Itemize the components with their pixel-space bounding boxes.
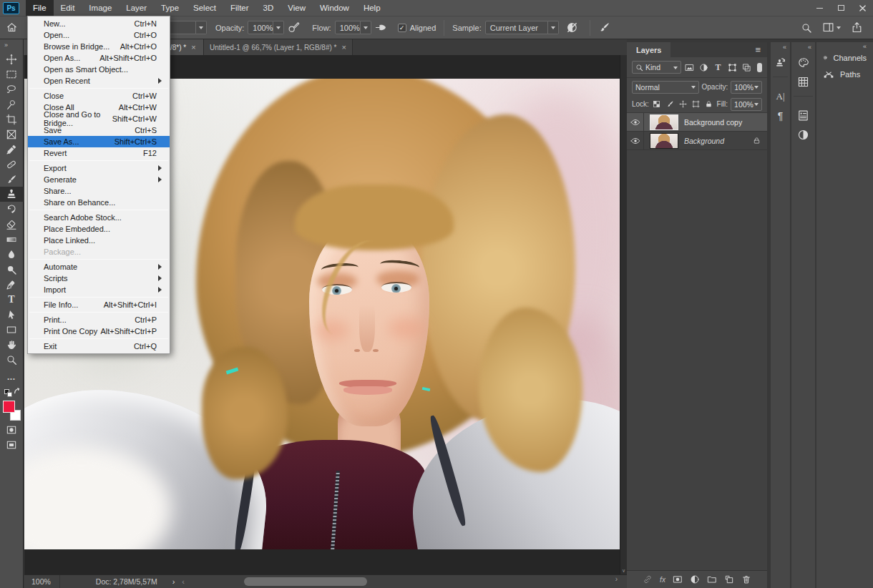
opacity-dropdown-icon[interactable]: [273, 21, 284, 34]
menu-item-save-as[interactable]: Save As...Shift+Ctrl+S: [28, 136, 170, 147]
menu-item-generate[interactable]: Generate: [28, 174, 170, 185]
status-chevron-right-icon[interactable]: ›: [169, 577, 179, 586]
collapse-panel-icon[interactable]: «: [863, 41, 870, 52]
hand-tool[interactable]: [0, 337, 24, 352]
aligned-checkbox[interactable]: ✓: [398, 24, 406, 32]
menu-item-share[interactable]: Share...: [28, 185, 170, 197]
eraser-tool[interactable]: [0, 217, 24, 232]
new-adjustment-layer-button[interactable]: [690, 574, 700, 584]
layer-thumbnail[interactable]: [650, 114, 678, 130]
filter-type-layers-button[interactable]: T: [712, 62, 724, 74]
filter-kind-select[interactable]: Kind: [632, 61, 681, 74]
history-brush-tool[interactable]: [0, 202, 24, 217]
layer-visibility-toggle[interactable]: [627, 113, 644, 131]
menu-item-print-one-copy[interactable]: Print One CopyAlt+Shift+Ctrl+P: [28, 325, 170, 337]
menu-item-import[interactable]: Import: [28, 284, 170, 295]
layer-name[interactable]: Background: [684, 137, 724, 145]
foreground-color-swatch[interactable]: [3, 401, 15, 413]
zoom-tool[interactable]: [0, 352, 24, 367]
opacity-pressure-button[interactable]: [288, 21, 300, 34]
default-swap-colors[interactable]: [3, 388, 20, 398]
lock-artboard-button[interactable]: [691, 99, 701, 109]
eyedropper-t ool[interactable]: [0, 142, 24, 157]
layer-thumbnail[interactable]: [650, 133, 678, 149]
paragraph-panel-button[interactable]: ¶: [771, 106, 790, 125]
link-layers-button[interactable]: [643, 574, 653, 584]
new-group-button[interactable]: [707, 574, 717, 584]
menu-item-open-recent[interactable]: Open Recent: [28, 75, 170, 87]
airbrush-button[interactable]: [375, 21, 387, 34]
vertical-scrollbar[interactable]: ∨: [620, 55, 627, 574]
scroll-right-icon[interactable]: ›: [615, 575, 618, 583]
layer-name[interactable]: Background copy: [684, 118, 742, 127]
collapse-toolbar-icon[interactable]: »: [0, 39, 7, 52]
filter-adjustment-layers-button[interactable]: [698, 62, 710, 74]
menu-item-browse-in-bridge[interactable]: Browse in Bridge...Alt+Ctrl+O: [28, 41, 170, 52]
menu-item-revert[interactable]: RevertF12: [28, 147, 170, 159]
home-button[interactable]: [6, 21, 18, 34]
status-chevron-left-icon[interactable]: ‹: [178, 577, 188, 586]
document-tab-2[interactable]: Untitled-1 @ 66,7% (Layer 1, RGB/8#) * ×: [204, 39, 353, 55]
menu-image[interactable]: Image: [82, 0, 119, 16]
search-button[interactable]: [801, 22, 812, 34]
ignore-adjustment-layers-button[interactable]: [566, 21, 578, 34]
sample-select[interactable]: Current Layer: [485, 21, 548, 34]
layer-row-background-copy[interactable]: Background copy: [627, 113, 767, 132]
horizontal-scrollbar[interactable]: ›: [188, 575, 627, 588]
menu-item-save[interactable]: SaveCtrl+S: [28, 124, 170, 136]
delete-layer-button[interactable]: [741, 574, 751, 584]
quick-mask-button[interactable]: [0, 422, 24, 437]
close-button[interactable]: [852, 0, 873, 16]
edit-toolbar-button[interactable]: •••: [0, 371, 24, 386]
sample-dropdown-icon[interactable]: [548, 21, 559, 34]
lock-all-button[interactable]: [703, 99, 713, 109]
menu-item-close-and-go-to-bridge[interactable]: Close and Go to Bridge...Shift+Ctrl+W: [28, 113, 170, 124]
menu-view[interactable]: View: [281, 0, 313, 16]
menu-window[interactable]: Window: [313, 0, 356, 16]
menu-item-open[interactable]: Open...Ctrl+O: [28, 29, 170, 41]
layer-blend-mode-select[interactable]: Normal: [632, 81, 699, 94]
menu-item-share-on-behance[interactable]: Share on Behance...: [28, 197, 170, 208]
lock-transparency-button[interactable]: [652, 99, 662, 109]
maximize-button[interactable]: [830, 0, 852, 16]
menu-help[interactable]: Help: [356, 0, 388, 16]
layer-visibility-toggle[interactable]: [627, 132, 644, 150]
brush-settings-panel-button[interactable]: [598, 21, 610, 34]
dodge-tool[interactable]: [0, 262, 24, 277]
screen-mode-button[interactable]: [0, 437, 24, 452]
swatches-panel-button[interactable]: [791, 72, 815, 92]
crop-tool[interactable]: [0, 112, 24, 127]
pen-tool[interactable]: [0, 277, 24, 292]
layer-fill-input[interactable]: 100%: [731, 98, 762, 111]
close-tab-icon[interactable]: ×: [341, 43, 346, 52]
menu-item-automate[interactable]: Automate: [28, 261, 170, 273]
menu-item-print[interactable]: Print...Ctrl+P: [28, 314, 170, 325]
collapse-panel-icon[interactable]: «: [808, 42, 815, 53]
adjustments-panel-button[interactable]: [791, 125, 815, 144]
move-tool[interactable]: [0, 52, 24, 67]
layer-filter-toggle[interactable]: [757, 63, 762, 72]
menu-item-export[interactable]: Export: [28, 162, 170, 174]
menu-file[interactable]: File: [26, 0, 54, 16]
minimize-button[interactable]: [809, 0, 830, 16]
type-tool[interactable]: T: [0, 292, 24, 307]
new-layer-button[interactable]: [724, 574, 734, 584]
menu-layer[interactable]: Layer: [119, 0, 154, 16]
brush-tool[interactable]: [0, 172, 24, 187]
menu-item-search-adobe-stock[interactable]: Search Adobe Stock...: [28, 212, 170, 223]
zoom-level-field[interactable]: 100%: [24, 577, 59, 586]
clone-stamp-tool[interactable]: [0, 187, 24, 202]
collapse-panel-icon[interactable]: «: [783, 42, 790, 53]
menu-item-new[interactable]: New...Ctrl+N: [28, 18, 170, 29]
share-button[interactable]: [851, 21, 863, 34]
rectangular-marquee-tool[interactable]: [0, 67, 24, 82]
menu-item-place-embedded[interactable]: Place Embedded...: [28, 223, 170, 235]
layer-effects-button[interactable]: fx: [660, 576, 665, 584]
clone-source-panel-button[interactable]: [771, 53, 790, 72]
filter-pixel-layers-button[interactable]: [683, 62, 696, 74]
blend-mode-dropdown-icon[interactable]: [196, 21, 207, 34]
add-layer-mask-button[interactable]: [673, 574, 683, 584]
gradient-tool[interactable]: [0, 232, 24, 247]
panel-menu-icon[interactable]: ≡: [748, 44, 767, 55]
workspace-switcher[interactable]: [822, 21, 841, 34]
